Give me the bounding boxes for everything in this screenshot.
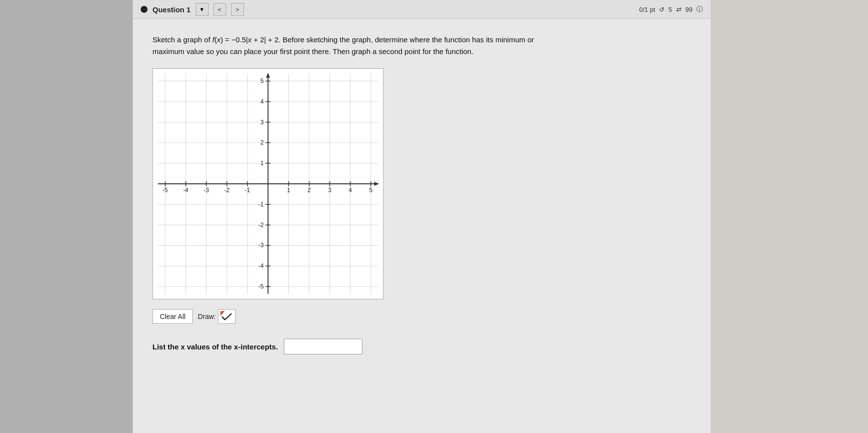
question-label: Question 1: [152, 5, 191, 14]
question-text: Sketch a graph of f(x) = −0.5|x + 2| + 2…: [152, 34, 536, 58]
svg-text:3: 3: [260, 119, 264, 126]
svg-text:-1: -1: [245, 187, 250, 194]
info-icon[interactable]: ⓘ: [696, 5, 703, 14]
coordinate-graph[interactable]: -5 -4 -3 -2 -1 1 2 3 4 5 5 4 3 2: [152, 68, 384, 299]
graph-container[interactable]: -5 -4 -3 -2 -1 1 2 3 4 5 5 4 3 2: [152, 68, 384, 299]
prev-button[interactable]: <: [213, 3, 226, 16]
svg-text:4: 4: [260, 98, 264, 105]
attempts-count: 5: [668, 6, 672, 13]
svg-text:2: 2: [307, 187, 311, 194]
svg-text:-5: -5: [163, 187, 168, 194]
draw-icon-box[interactable]: [218, 309, 236, 324]
svg-text:-4: -4: [258, 262, 264, 269]
svg-marker-64: [266, 73, 270, 78]
top-bar-right: 0/1 pt ↺ 5 ⇄ 99 ⓘ: [639, 5, 703, 14]
attempts-icon: ↺: [659, 6, 664, 13]
controls-row: Clear All Draw:: [152, 309, 691, 324]
history-count: 99: [686, 6, 692, 13]
svg-marker-65: [374, 182, 379, 186]
intercept-row: List the x values of the x-intercepts.: [152, 339, 691, 354]
next-button[interactable]: >: [231, 3, 244, 16]
svg-text:1: 1: [287, 187, 291, 194]
svg-text:4: 4: [349, 187, 352, 194]
dropdown-button[interactable]: ▼: [196, 3, 209, 16]
intercept-label: List the x values of the x-intercepts.: [152, 343, 278, 351]
svg-text:2: 2: [260, 139, 264, 146]
svg-marker-66: [220, 311, 225, 316]
svg-text:3: 3: [328, 187, 331, 194]
svg-text:-2: -2: [258, 222, 264, 229]
intercept-input[interactable]: [284, 339, 362, 354]
draw-checkmark-icon: [220, 311, 233, 322]
left-panel: [0, 0, 133, 433]
score-label: 0/1 pt: [639, 6, 656, 13]
svg-text:-1: -1: [258, 201, 264, 208]
clear-all-button[interactable]: Clear All: [152, 309, 193, 324]
history-icon: ⇄: [676, 6, 682, 13]
svg-text:5: 5: [369, 187, 373, 194]
svg-text:-3: -3: [258, 242, 264, 249]
svg-text:-5: -5: [258, 283, 264, 290]
svg-text:-3: -3: [204, 187, 209, 194]
top-bar: Question 1 ▼ < > 0/1 pt ↺ 5 ⇄ 99 ⓘ: [133, 0, 711, 19]
right-panel: [711, 0, 868, 433]
svg-text:-4: -4: [183, 187, 188, 194]
draw-label: Draw:: [198, 313, 216, 320]
svg-text:-2: -2: [224, 187, 230, 194]
main-content: Question 1 ▼ < > 0/1 pt ↺ 5 ⇄ 99 ⓘ Sketc…: [133, 0, 711, 433]
content-area: Sketch a graph of f(x) = −0.5|x + 2| + 2…: [133, 19, 711, 369]
svg-text:1: 1: [260, 160, 264, 167]
svg-text:5: 5: [260, 78, 264, 85]
question-dot: [141, 6, 148, 13]
